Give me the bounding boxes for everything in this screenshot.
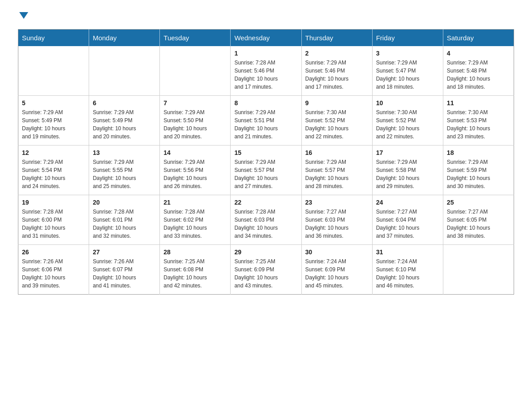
calendar-cell: 21Sunrise: 7:28 AM Sunset: 6:02 PM Dayli… [160, 195, 231, 245]
day-number: 31 [376, 248, 439, 256]
calendar-cell [18, 46, 89, 96]
calendar-cell: 31Sunrise: 7:24 AM Sunset: 6:10 PM Dayli… [372, 245, 443, 295]
calendar-cell: 29Sunrise: 7:25 AM Sunset: 6:09 PM Dayli… [231, 245, 301, 295]
calendar-week-row: 26Sunrise: 7:26 AM Sunset: 6:06 PM Dayli… [18, 245, 514, 295]
calendar-cell: 28Sunrise: 7:25 AM Sunset: 6:08 PM Dayli… [160, 245, 231, 295]
calendar-cell: 23Sunrise: 7:27 AM Sunset: 6:03 PM Dayli… [301, 195, 372, 245]
calendar-cell [443, 245, 514, 295]
calendar-cell: 9Sunrise: 7:30 AM Sunset: 5:52 PM Daylig… [301, 96, 372, 146]
day-number: 19 [22, 199, 85, 206]
day-info: Sunrise: 7:29 AM Sunset: 5:46 PM Dayligh… [305, 59, 369, 91]
day-number: 13 [93, 149, 156, 156]
calendar-cell: 15Sunrise: 7:29 AM Sunset: 5:57 PM Dayli… [231, 146, 301, 195]
day-number: 27 [93, 248, 156, 256]
day-info: Sunrise: 7:27 AM Sunset: 6:04 PM Dayligh… [376, 208, 439, 240]
logo-triangle-icon [19, 12, 28, 19]
day-info: Sunrise: 7:30 AM Sunset: 5:53 PM Dayligh… [447, 108, 510, 141]
day-number: 16 [305, 149, 369, 156]
calendar-cell: 7Sunrise: 7:29 AM Sunset: 5:50 PM Daylig… [160, 96, 231, 146]
day-info: Sunrise: 7:29 AM Sunset: 5:49 PM Dayligh… [93, 108, 156, 141]
day-number: 10 [376, 99, 439, 107]
calendar-cell: 6Sunrise: 7:29 AM Sunset: 5:49 PM Daylig… [89, 96, 160, 146]
calendar-cell: 22Sunrise: 7:28 AM Sunset: 6:03 PM Dayli… [231, 195, 301, 245]
day-number: 30 [305, 248, 369, 256]
column-header-monday: Monday [89, 30, 160, 47]
day-number: 25 [447, 199, 510, 206]
day-number: 14 [163, 149, 227, 156]
calendar-week-row: 19Sunrise: 7:28 AM Sunset: 6:00 PM Dayli… [18, 195, 514, 245]
calendar-week-row: 12Sunrise: 7:29 AM Sunset: 5:54 PM Dayli… [18, 146, 514, 195]
day-info: Sunrise: 7:28 AM Sunset: 6:00 PM Dayligh… [22, 208, 85, 240]
column-header-tuesday: Tuesday [160, 30, 231, 47]
day-info: Sunrise: 7:29 AM Sunset: 5:57 PM Dayligh… [234, 158, 297, 190]
day-number: 4 [447, 50, 510, 57]
calendar-cell: 12Sunrise: 7:29 AM Sunset: 5:54 PM Dayli… [18, 146, 89, 195]
calendar-cell: 17Sunrise: 7:29 AM Sunset: 5:58 PM Dayli… [372, 146, 443, 195]
calendar-cell: 14Sunrise: 7:29 AM Sunset: 5:56 PM Dayli… [160, 146, 231, 195]
day-info: Sunrise: 7:30 AM Sunset: 5:52 PM Dayligh… [376, 108, 439, 141]
day-number: 17 [376, 149, 439, 156]
calendar-cell: 10Sunrise: 7:30 AM Sunset: 5:52 PM Dayli… [372, 96, 443, 146]
day-info: Sunrise: 7:28 AM Sunset: 6:03 PM Dayligh… [234, 208, 297, 240]
page-header [18, 13, 514, 20]
day-number: 1 [234, 50, 297, 57]
day-number: 22 [234, 199, 297, 206]
column-header-sunday: Sunday [18, 30, 89, 47]
calendar-cell: 18Sunrise: 7:29 AM Sunset: 5:59 PM Dayli… [443, 146, 514, 195]
day-info: Sunrise: 7:29 AM Sunset: 5:54 PM Dayligh… [22, 158, 85, 190]
day-number: 7 [163, 99, 227, 107]
day-number: 29 [234, 248, 297, 256]
calendar-cell: 19Sunrise: 7:28 AM Sunset: 6:00 PM Dayli… [18, 195, 89, 245]
day-info: Sunrise: 7:24 AM Sunset: 6:10 PM Dayligh… [376, 257, 439, 290]
calendar-cell: 13Sunrise: 7:29 AM Sunset: 5:55 PM Dayli… [89, 146, 160, 195]
day-number: 24 [376, 199, 439, 206]
logo [18, 13, 28, 20]
calendar-week-row: 1Sunrise: 7:28 AM Sunset: 5:46 PM Daylig… [18, 46, 514, 96]
day-info: Sunrise: 7:29 AM Sunset: 5:56 PM Dayligh… [163, 158, 227, 190]
day-info: Sunrise: 7:29 AM Sunset: 5:48 PM Dayligh… [447, 59, 510, 91]
calendar-cell: 1Sunrise: 7:28 AM Sunset: 5:46 PM Daylig… [231, 46, 301, 96]
calendar-cell: 20Sunrise: 7:28 AM Sunset: 6:01 PM Dayli… [89, 195, 160, 245]
calendar-cell: 8Sunrise: 7:29 AM Sunset: 5:51 PM Daylig… [231, 96, 301, 146]
day-number: 26 [22, 248, 85, 256]
day-info: Sunrise: 7:29 AM Sunset: 5:57 PM Dayligh… [305, 158, 369, 190]
calendar-cell: 2Sunrise: 7:29 AM Sunset: 5:46 PM Daylig… [301, 46, 372, 96]
day-number: 23 [305, 199, 369, 206]
day-info: Sunrise: 7:29 AM Sunset: 5:47 PM Dayligh… [376, 59, 439, 91]
column-header-friday: Friday [372, 30, 443, 47]
column-header-wednesday: Wednesday [231, 30, 301, 47]
day-info: Sunrise: 7:28 AM Sunset: 5:46 PM Dayligh… [234, 59, 297, 91]
calendar-cell: 11Sunrise: 7:30 AM Sunset: 5:53 PM Dayli… [443, 96, 514, 146]
day-info: Sunrise: 7:26 AM Sunset: 6:07 PM Dayligh… [93, 257, 156, 290]
day-info: Sunrise: 7:27 AM Sunset: 6:03 PM Dayligh… [305, 208, 369, 240]
day-number: 3 [376, 50, 439, 57]
calendar-table: SundayMondayTuesdayWednesdayThursdayFrid… [18, 29, 514, 295]
calendar-cell: 5Sunrise: 7:29 AM Sunset: 5:49 PM Daylig… [18, 96, 89, 146]
day-info: Sunrise: 7:27 AM Sunset: 6:05 PM Dayligh… [447, 208, 510, 240]
day-number: 6 [93, 99, 156, 107]
day-info: Sunrise: 7:28 AM Sunset: 6:01 PM Dayligh… [93, 208, 156, 240]
calendar-cell [160, 46, 231, 96]
day-number: 15 [234, 149, 297, 156]
day-info: Sunrise: 7:28 AM Sunset: 6:02 PM Dayligh… [163, 208, 227, 240]
calendar-cell: 30Sunrise: 7:24 AM Sunset: 6:09 PM Dayli… [301, 245, 372, 295]
calendar-cell [89, 46, 160, 96]
calendar-header-row: SundayMondayTuesdayWednesdayThursdayFrid… [18, 30, 514, 47]
day-info: Sunrise: 7:30 AM Sunset: 5:52 PM Dayligh… [305, 108, 369, 141]
day-info: Sunrise: 7:29 AM Sunset: 5:50 PM Dayligh… [163, 108, 227, 141]
day-number: 12 [22, 149, 85, 156]
day-number: 8 [234, 99, 297, 107]
day-info: Sunrise: 7:29 AM Sunset: 5:58 PM Dayligh… [376, 158, 439, 190]
column-header-thursday: Thursday [301, 30, 372, 47]
day-info: Sunrise: 7:29 AM Sunset: 5:55 PM Dayligh… [93, 158, 156, 190]
calendar-cell: 27Sunrise: 7:26 AM Sunset: 6:07 PM Dayli… [89, 245, 160, 295]
day-info: Sunrise: 7:26 AM Sunset: 6:06 PM Dayligh… [22, 257, 85, 290]
day-info: Sunrise: 7:29 AM Sunset: 5:51 PM Dayligh… [234, 108, 297, 141]
calendar-cell: 25Sunrise: 7:27 AM Sunset: 6:05 PM Dayli… [443, 195, 514, 245]
day-number: 21 [163, 199, 227, 206]
day-number: 9 [305, 99, 369, 107]
day-info: Sunrise: 7:24 AM Sunset: 6:09 PM Dayligh… [305, 257, 369, 290]
day-info: Sunrise: 7:25 AM Sunset: 6:09 PM Dayligh… [234, 257, 297, 290]
day-number: 20 [93, 199, 156, 206]
calendar-cell: 4Sunrise: 7:29 AM Sunset: 5:48 PM Daylig… [443, 46, 514, 96]
